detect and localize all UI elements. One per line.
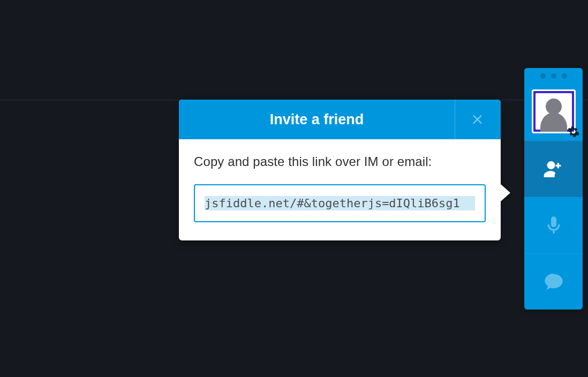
modal-close-button[interactable] bbox=[455, 100, 501, 139]
invite-modal: Invite a friend Copy and paste this link… bbox=[179, 100, 501, 240]
share-link-box[interactable]: jsfiddle.net/#&togetherjs=dIQliB6sg1 bbox=[194, 184, 486, 222]
invite-hint: Copy and paste this link over IM or emai… bbox=[194, 154, 486, 169]
dock-chat-button[interactable] bbox=[524, 253, 583, 310]
modal-title: Invite a friend bbox=[179, 100, 455, 139]
microphone-icon bbox=[543, 215, 564, 236]
collab-dock bbox=[524, 68, 583, 310]
dock-audio-button[interactable] bbox=[524, 197, 583, 253]
dock-invite-button[interactable] bbox=[524, 141, 583, 197]
share-link-text[interactable]: jsfiddle.net/#&togetherjs=dIQliB6sg1 bbox=[205, 196, 475, 210]
gear-icon[interactable] bbox=[568, 126, 579, 138]
dock-dot-icon bbox=[551, 73, 556, 79]
chat-icon bbox=[543, 271, 564, 292]
dock-dot-icon bbox=[562, 73, 567, 79]
modal-body: Copy and paste this link over IM or emai… bbox=[179, 139, 501, 240]
modal-header: Invite a friend bbox=[179, 100, 501, 139]
dock-drag-handle[interactable] bbox=[524, 68, 583, 84]
add-person-icon bbox=[543, 159, 564, 180]
modal-pointer bbox=[501, 184, 510, 201]
dock-self-avatar[interactable] bbox=[524, 84, 583, 141]
dock-dot-icon bbox=[540, 73, 546, 79]
close-icon bbox=[471, 112, 485, 126]
